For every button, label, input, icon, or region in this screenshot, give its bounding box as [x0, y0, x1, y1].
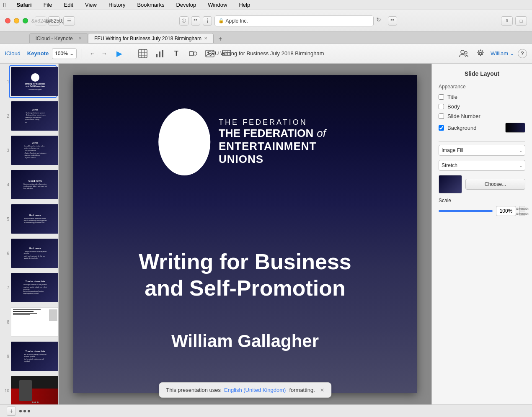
- feu-entertainment-text: ENTERTAINMENT UNIONS: [219, 140, 332, 166]
- back-button[interactable]: &#8249;: [35, 16, 46, 26]
- tab-feu-label: FEU Writing for Business July 2018 Birmi…: [94, 36, 201, 41]
- body-checkbox[interactable]: [439, 104, 444, 109]
- appearance-label: Appearance: [439, 84, 525, 90]
- scale-value-input[interactable]: 100%: [496, 206, 516, 216]
- svg-rect-5: [156, 54, 158, 57]
- language-link[interactable]: English (United Kingdom): [224, 387, 286, 393]
- zoom-control[interactable]: 100% ⌄: [52, 48, 77, 59]
- choose-button[interactable]: Choose...: [465, 179, 525, 190]
- add-tab-button[interactable]: +: [216, 35, 225, 43]
- right-toolbar: ⇧ □: [501, 16, 527, 26]
- menu-edit[interactable]: Edit: [62, 1, 76, 9]
- insert-shape-button[interactable]: [186, 47, 200, 60]
- slide-number-7: 7: [3, 286, 9, 290]
- extensions-icon[interactable]: ☷: [388, 16, 397, 26]
- language-notification: This presentation uses English (United K…: [159, 382, 331, 398]
- upload-button[interactable]: ⇧: [501, 16, 513, 26]
- slide-thumb-2[interactable]: 2 Aims • Exploring what we're good at• D…: [9, 100, 57, 132]
- tab-feu[interactable]: FEU Writing for Business July 2018 Birmi…: [88, 33, 214, 43]
- maximize-button[interactable]: [23, 18, 28, 23]
- insert-chart-button[interactable]: [153, 47, 166, 60]
- slide-thumb-6[interactable]: 6 Bad news That you're rubbish at talkin…: [9, 237, 57, 270]
- help-button[interactable]: ?: [518, 49, 527, 58]
- scale-down-button[interactable]: &#9660;: [519, 211, 525, 216]
- document-title: FEU Writing for Business July 2018 Birmi…: [208, 50, 324, 57]
- menu-file[interactable]: File: [41, 1, 55, 9]
- slide-thumb-5[interactable]: 5 Bad news Being a creative freelancer m…: [9, 203, 57, 235]
- keynote-app-label[interactable]: Keynote: [27, 50, 49, 57]
- background-color-swatch[interactable]: [505, 123, 525, 133]
- address-text: Apple Inc.: [226, 18, 248, 24]
- image-fill-dropdown[interactable]: Image Fill ⌄: [439, 145, 525, 156]
- minimize-button[interactable]: [14, 18, 19, 23]
- slide-number-checkbox[interactable]: [439, 113, 444, 119]
- share-icon[interactable]: ⓘ: [179, 16, 189, 26]
- title-checkbox[interactable]: [439, 94, 444, 100]
- menu-history[interactable]: History: [106, 1, 128, 9]
- slide-thumb-8[interactable]: 8: [9, 306, 57, 338]
- slide-preview-1: Writing for Businessand Self-Promotion W…: [11, 67, 59, 96]
- svg-point-9: [194, 52, 197, 55]
- slide-thumb-4[interactable]: 4 Good news Business writing and self-pr…: [9, 168, 57, 201]
- menu-safari[interactable]: Safari: [14, 1, 34, 9]
- background-checkbox[interactable]: [439, 125, 444, 131]
- insert-table-button[interactable]: [136, 47, 150, 60]
- stretch-dropdown[interactable]: Stretch ⌄: [439, 160, 525, 171]
- menu-develop[interactable]: Develop: [173, 1, 199, 9]
- menu-help[interactable]: Help: [236, 1, 253, 9]
- slide-title-thumb: Writing for Businessand Self-Promotion: [25, 82, 46, 88]
- user-menu[interactable]: William ⌄: [491, 50, 514, 57]
- tab-overview-icon[interactable]: ┋: [203, 16, 212, 26]
- slide5-body: Being a creative freelancer meansyou do …: [24, 218, 47, 224]
- menu-window[interactable]: Window: [205, 1, 230, 9]
- apple-menu[interactable]: : [3, 1, 5, 8]
- collaborate-button[interactable]: [457, 47, 470, 60]
- undo-button[interactable]: ←: [87, 48, 98, 59]
- slide-thumb-10[interactable]: 10: [9, 374, 57, 404]
- slide8-text: [13, 309, 47, 321]
- address-bar[interactable]: 🔒 Apple Inc.: [214, 15, 374, 26]
- tab-icloud-close[interactable]: ✕: [78, 36, 82, 41]
- sidebar-toggle-button[interactable]: ☰: [63, 16, 75, 26]
- slide-title-area: Writing for Businessand Self-Promotion: [98, 249, 392, 301]
- slide-dots: [19, 410, 30, 412]
- scale-slider[interactable]: [439, 210, 493, 212]
- background-image-preview[interactable]: [439, 175, 462, 193]
- menu-bookmarks[interactable]: Bookmarks: [134, 1, 167, 9]
- feu-of-text: of: [317, 127, 326, 140]
- window: &#8249; &#8250; ☰ ⓘ ☷ ┋ 🔒 Apple Inc. ↻ ☷…: [0, 10, 532, 417]
- svg-rect-8: [189, 51, 194, 56]
- play-button[interactable]: ▶: [116, 49, 122, 58]
- canvas-area: FEU THE FEDERATION THE FEDERATION of ENT…: [59, 64, 431, 404]
- slide-thumb-7[interactable]: 7 You've done this You've got someone to…: [9, 271, 57, 304]
- scale-up-button[interactable]: &#9650;: [519, 206, 525, 211]
- image-preview-row: Choose...: [439, 175, 525, 193]
- insert-text-button[interactable]: T: [170, 47, 183, 60]
- reader-icon[interactable]: ☷: [191, 16, 200, 26]
- settings-button[interactable]: [474, 47, 487, 60]
- scale-row: Scale: [439, 198, 525, 203]
- tab-grid-button[interactable]: □: [515, 16, 527, 26]
- slide5-heading: Bad news: [29, 214, 41, 216]
- reload-button[interactable]: ↻: [376, 16, 385, 26]
- address-bar-section: ⓘ ☷ ┋ 🔒 Apple Inc. ↻ ☷: [75, 15, 501, 26]
- menu-view[interactable]: View: [83, 1, 99, 9]
- slide-thumb-3[interactable]: 3 Aims You will leave here today with aw…: [9, 134, 57, 167]
- slide-number-3: 3: [3, 148, 9, 153]
- slide-preview-8: [11, 307, 59, 337]
- separator-2: [131, 49, 131, 59]
- slide-thumb-1[interactable]: 1 Writing for Businessand Self-Promotion…: [9, 65, 57, 98]
- notification-close-button[interactable]: ✕: [320, 387, 324, 393]
- add-slide-button[interactable]: +: [7, 407, 16, 416]
- slide-thumb-9[interactable]: 9 You've done this You're not only havin…: [9, 340, 57, 373]
- close-button[interactable]: [5, 18, 10, 23]
- scale-stepper: &#9650; &#9660;: [519, 206, 525, 216]
- slide7-heading: You've done this: [25, 280, 45, 283]
- tab-feu-close[interactable]: ✕: [204, 36, 207, 41]
- tab-icloud[interactable]: iCloud - Keynote ✕: [29, 33, 88, 43]
- slide-preview-2: Aims • Exploring what we're good at• Dea…: [11, 101, 59, 131]
- slide4-heading: Good news: [28, 180, 42, 182]
- slide-number-6: 6: [3, 251, 9, 256]
- zoom-level: 100%: [55, 51, 68, 57]
- redo-button[interactable]: →: [99, 48, 110, 59]
